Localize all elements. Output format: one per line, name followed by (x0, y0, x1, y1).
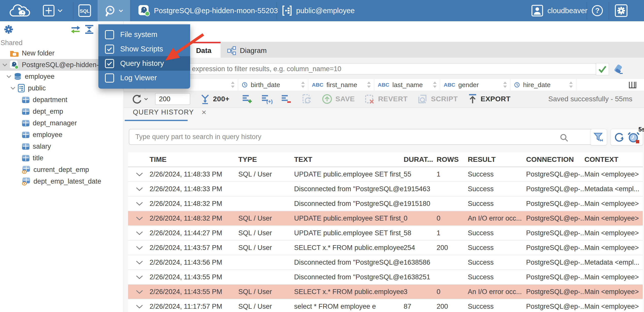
history-row[interactable]: 2/26/2024, 11:43:55 PM Disconnected from… (128, 270, 643, 285)
revert-label: REVERT (378, 95, 408, 103)
filter-expression-input[interactable] (188, 63, 600, 74)
expand-chevron-icon[interactable] (136, 231, 150, 235)
col-rows[interactable]: ROWS (437, 155, 468, 164)
tree-chevron-icon[interactable] (10, 86, 18, 90)
settings-button[interactable] (615, 0, 628, 21)
col-text[interactable]: TEXT (294, 155, 404, 164)
refresh-document-button[interactable] (301, 94, 312, 104)
save-button[interactable]: SAVE (322, 94, 355, 104)
query-history-tab[interactable]: QUERY HISTORY × (133, 108, 206, 116)
col-result[interactable]: RESULT (468, 155, 526, 164)
checkbox-icon[interactable] (105, 45, 114, 54)
tree-item-salary[interactable]: salary (0, 141, 123, 152)
tree-item-employee[interactable]: employee (0, 129, 123, 141)
sql-editor-button[interactable]: SQL (78, 0, 91, 21)
tools-menu-button[interactable] (98, 0, 130, 21)
history-row[interactable]: 2/26/2024, 11:48:33 PM Disconnected from… (128, 182, 643, 197)
add-row-button[interactable] (242, 94, 253, 104)
col-duration[interactable]: DURAT... (404, 155, 437, 164)
fetch-more-button[interactable]: 200+ (200, 94, 229, 104)
collapse-all-button[interactable] (84, 25, 94, 34)
schema-selector-button[interactable]: public@employee (282, 0, 355, 21)
history-row[interactable]: 2/26/2024, 11:43:56 PM Disconnected from… (128, 255, 643, 270)
cell-text: SELECT x.* FROM public.employee x (294, 288, 404, 296)
delete-row-button[interactable] (281, 94, 292, 104)
history-refresh-button[interactable] (614, 132, 625, 143)
history-row[interactable]: 2/26/2024, 11:48:33 PM SQL / User UPDATE… (128, 167, 643, 182)
tree-item-current-dept-emp[interactable]: current_dept_emp (0, 164, 123, 175)
tree-chevron-icon[interactable] (6, 75, 14, 78)
menu-item-query-history[interactable]: Query history (98, 56, 190, 71)
grid-column-gender[interactable]: ABC gender (440, 79, 510, 91)
sort-icon[interactable] (432, 81, 437, 89)
clear-filter-button[interactable] (613, 64, 624, 74)
history-row[interactable]: 2/26/2024, 11:48:32 PM SQL / User UPDATE… (128, 211, 643, 226)
grid-column-last_name[interactable]: ABC last_name (374, 79, 440, 91)
duplicate-row-button[interactable]: (+) (261, 94, 273, 104)
export-button[interactable]: EXPORT (468, 94, 511, 104)
expand-chevron-icon[interactable] (136, 202, 150, 206)
script-button[interactable]: SCRIPT (417, 94, 458, 104)
tab-data[interactable]: Data (187, 42, 221, 58)
grid-column-birth_date[interactable]: birth_date (238, 79, 308, 91)
user-menu-button[interactable]: cloudbeaver (531, 0, 587, 21)
tree-item-dept-manager[interactable]: dept_manager (0, 117, 123, 129)
tree-item-dept-emp[interactable]: dept_emp (0, 106, 123, 117)
tree-item-dept-emp-latest-date[interactable]: dept_emp_latest_date (0, 175, 123, 187)
topbar-divider (609, 2, 609, 19)
expand-chevron-icon[interactable] (136, 187, 150, 191)
history-row[interactable]: 2/26/2024, 11:17:57 PM SQL / User select… (128, 299, 643, 312)
cell-context: Main <employee> (584, 229, 643, 237)
menu-item-log-viewer[interactable]: Log Viewer (98, 71, 190, 85)
grid-column-first_name[interactable]: ABC first_name (308, 79, 374, 91)
sort-icon[interactable] (503, 81, 508, 89)
checkbox-icon[interactable] (105, 30, 114, 39)
grid-column-hire_date[interactable]: hire_date (510, 79, 576, 91)
history-row[interactable]: 2/26/2024, 11:48:32 PM Disconnected from… (128, 197, 643, 211)
close-icon[interactable]: × (202, 108, 206, 116)
help-button[interactable]: ? (591, 0, 603, 21)
apply-filter-button[interactable] (596, 63, 609, 75)
active-connection-button[interactable]: PostgreSQL@ep-hidden-moon-55203 (138, 0, 278, 21)
checkbox-icon[interactable] (105, 73, 114, 83)
sort-icon[interactable] (568, 81, 574, 89)
expand-chevron-icon[interactable] (136, 260, 150, 265)
sort-icon[interactable] (366, 81, 371, 89)
col-context[interactable]: CONTEXT (584, 155, 643, 164)
col-type[interactable]: TYPE (238, 155, 294, 164)
menu-item-file-system[interactable]: File system (98, 27, 190, 42)
sidebar-settings-button[interactable] (3, 24, 14, 35)
expand-chevron-icon[interactable] (136, 304, 150, 309)
cell-time: 2/26/2024, 11:44:27 PM (150, 229, 238, 237)
history-row[interactable]: 2/26/2024, 11:43:55 PM SQL / User SELECT… (128, 285, 643, 299)
history-search-input[interactable] (129, 129, 600, 145)
history-filter-button[interactable] (590, 129, 607, 145)
col-connection[interactable]: CONNECTION (526, 155, 584, 164)
expand-chevron-icon[interactable] (136, 246, 150, 250)
expand-chevron-icon[interactable] (136, 216, 150, 221)
expand-chevron-icon[interactable] (136, 290, 150, 294)
row-limit-input[interactable] (155, 93, 190, 105)
check-icon (598, 65, 607, 73)
refresh-button[interactable] (131, 93, 148, 105)
revert-button[interactable]: REVERT (364, 94, 408, 104)
tree-item-title[interactable]: title (0, 152, 123, 164)
sync-connection-button[interactable] (70, 25, 81, 34)
sort-icon[interactable] (300, 81, 306, 89)
col-time[interactable]: TIME (150, 155, 238, 164)
history-row[interactable]: 2/26/2024, 11:43:57 PM SQL / User SELECT… (128, 241, 643, 255)
tree-chevron-icon[interactable] (2, 63, 10, 67)
expand-chevron-icon[interactable] (136, 275, 150, 279)
expand-chevron-icon[interactable] (136, 172, 150, 177)
tab-diagram[interactable]: Diagram (221, 43, 273, 58)
new-connection-button[interactable] (43, 0, 63, 21)
history-row[interactable]: 2/26/2024, 11:44:27 PM SQL / User UPDATE… (128, 226, 643, 241)
menu-item-show-scripts[interactable]: Show Scripts (98, 42, 190, 56)
columns-icon[interactable] (628, 81, 637, 89)
sort-icon[interactable] (230, 81, 235, 89)
connection-name: PostgreSQL@ep-hidden-moon-55203 (154, 7, 278, 15)
auto-refresh-timer-button[interactable] (627, 131, 640, 144)
checkbox-icon[interactable] (105, 59, 114, 68)
cloudbeaver-logo[interactable] (8, 0, 32, 21)
tree-item-department[interactable]: department (0, 94, 123, 106)
